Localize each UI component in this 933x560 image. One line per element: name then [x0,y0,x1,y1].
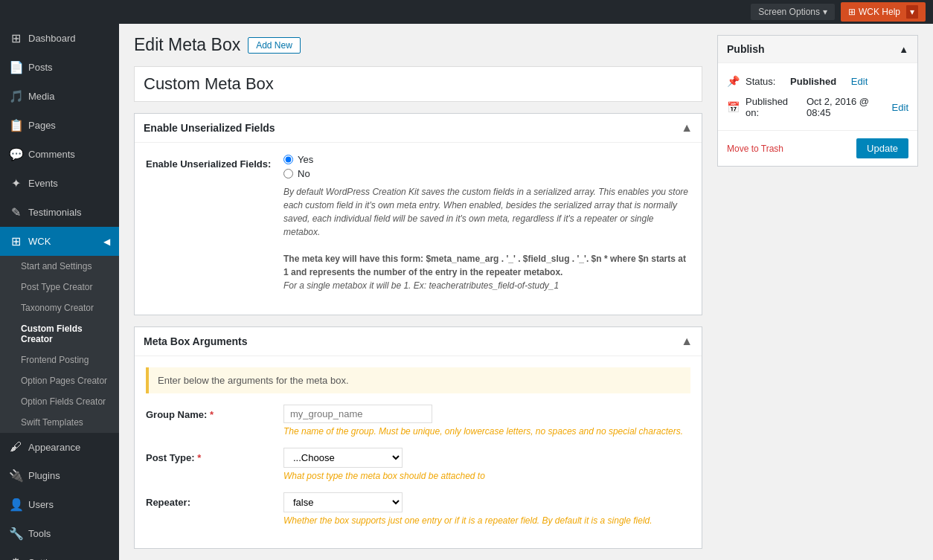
dashboard-icon: ⊞ [9,31,22,45]
layout: ⊞ Dashboard 📄 Posts 🎵 Media 📋 Pages 💬 Co… [0,24,933,560]
repeater-row: Repeater: false Whether the box supports… [146,492,690,526]
sidebar-label-posts: Posts [28,62,53,73]
plugins-icon: 🔌 [9,469,22,483]
sidebar-label-dashboard: Dashboard [28,33,76,44]
pages-icon: 📋 [9,118,22,132]
unserialized-fields-panel-body: Enable Unserialized Fields: Yes No [135,143,702,315]
wck-help-label: WCK Help [859,7,900,17]
status-value: Published [790,76,836,87]
repeater-label: Repeater: [146,492,283,508]
submenu-taxonomy-creator[interactable]: Taxonomy Creator [0,297,119,318]
sidebar-item-wck[interactable]: ⊞ WCK ◀ [0,227,119,256]
publish-date-row: 📅 Published on: Oct 2, 2016 @ 08:45 Edit [727,91,908,123]
main-content: Edit Meta Box Add New Enable Unserialize… [119,24,933,560]
wck-icon: ⊞ [848,7,856,17]
publish-collapse-icon[interactable]: ▲ [899,44,908,55]
events-icon: ✦ [9,176,22,190]
repeater-select[interactable]: false [283,492,403,512]
radio-yes-input[interactable] [283,155,293,164]
sidebar-label-testimonials: Testimonials [28,207,82,218]
sidebar-item-pages[interactable]: 📋 Pages [0,111,119,140]
submenu-swift-templates[interactable]: Swift Templates [0,412,119,433]
sidebar-item-settings[interactable]: ⚙ Settings [0,548,119,560]
group-name-row: Group Name: * The name of the group. Mus… [146,405,690,437]
meta-box-title-input[interactable] [134,66,702,102]
submenu-option-pages-creator[interactable]: Option Pages Creator [0,370,119,391]
unserialized-fields-panel-header[interactable]: Enable Unserialized Fields ▲ [135,114,702,143]
users-icon: 👤 [9,498,22,512]
screen-options-button[interactable]: Screen Options ▾ [751,4,835,20]
meta-box-arguments-panel: Meta Box Arguments ▲ Enter below the arg… [134,326,702,549]
radio-no-input[interactable] [283,169,293,178]
submenu-frontend-posting[interactable]: Frontend Posting [0,350,119,370]
status-edit-link[interactable]: Edit [851,76,868,87]
publish-body: 📌 Status: Published Edit 📅 Published on:… [718,63,917,130]
submenu-start-settings[interactable]: Start and Settings [0,256,119,277]
info-box-text: Enter below the arguments for the meta b… [158,375,349,386]
sidebar: ⊞ Dashboard 📄 Posts 🎵 Media 📋 Pages 💬 Co… [0,24,119,560]
page-heading: Edit Meta Box Add New [134,35,702,55]
sidebar-label-settings: Settings [28,557,63,560]
published-label: Published on: [746,96,792,118]
wck-collapse-arrow: ◀ [103,236,110,247]
screen-options-label: Screen Options [758,7,820,17]
sidebar-item-tools[interactable]: 🔧 Tools [0,519,119,548]
publish-actions: Move to Trash Update [718,130,917,166]
sidebar-item-appearance[interactable]: 🖌 Appearance [0,433,119,461]
chevron-down-icon: ▾ [823,7,827,17]
submenu-option-fields-creator[interactable]: Option Fields Creator [0,391,119,412]
help-dropdown-icon: ▾ [906,5,918,19]
panel-collapse-icon: ▲ [681,121,693,135]
info-box: Enter below the arguments for the meta b… [146,367,690,393]
content-area: Edit Meta Box Add New Enable Unserialize… [134,35,702,549]
publish-status-row: 📌 Status: Published Edit [727,71,908,91]
page-title: Edit Meta Box [134,35,240,55]
radio-no-option[interactable]: No [283,168,690,179]
sidebar-label-media: Media [28,91,54,102]
post-type-field: ...Choose What post type the meta box sh… [283,448,690,481]
group-name-input[interactable] [283,405,432,423]
sidebar-item-plugins[interactable]: 🔌 Plugins [0,461,119,490]
unserialized-fields-panel-title: Enable Unserialized Fields [144,122,275,134]
post-type-select[interactable]: ...Choose [283,448,403,468]
posts-icon: 📄 [9,60,22,74]
top-bar: Screen Options ▾ ⊞ WCK Help ▾ [0,0,933,24]
wck-help-button[interactable]: ⊞ WCK Help ▾ [841,2,926,22]
move-to-trash-link[interactable]: Move to Trash [727,144,783,154]
tools-icon: 🔧 [9,527,22,541]
sidebar-label-events: Events [28,178,58,189]
sidebar-label-comments: Comments [28,149,75,160]
sidebar-label-users: Users [28,499,54,510]
status-label: Status: [746,76,775,87]
arguments-panel-collapse-icon: ▲ [681,335,693,348]
sidebar-label-pages: Pages [28,120,56,131]
sidebar-item-users[interactable]: 👤 Users [0,490,119,519]
sidebar-item-testimonials[interactable]: ✎ Testimonials [0,198,119,227]
sidebar-item-events[interactable]: ✦ Events [0,169,119,198]
publish-panel-header: Publish ▲ [718,36,917,63]
update-button[interactable]: Update [856,138,908,158]
sidebar-item-dashboard[interactable]: ⊞ Dashboard [0,24,119,53]
calendar-icon: 📅 [727,101,740,113]
sidebar-item-media[interactable]: 🎵 Media [0,82,119,111]
add-new-button[interactable]: Add New [248,37,301,54]
settings-icon: ⚙ [9,556,22,560]
published-edit-link[interactable]: Edit [892,102,908,113]
submenu-post-type-creator[interactable]: Post Type Creator [0,277,119,297]
group-name-field: The name of the group. Must be unique, o… [283,405,690,437]
unserialized-fields-label: Enable Unserialized Fields: [146,154,283,170]
sidebar-item-comments[interactable]: 💬 Comments [0,140,119,169]
radio-yes-option[interactable]: Yes [283,154,690,165]
sidebar-label-tools: Tools [28,528,51,539]
right-sidebar: Publish ▲ 📌 Status: Published Edit 📅 [717,35,918,549]
submenu-custom-fields-creator[interactable]: Custom Fields Creator [0,318,119,350]
post-type-hint: What post type the meta box should be at… [283,471,690,481]
meta-box-arguments-header[interactable]: Meta Box Arguments ▲ [135,327,702,356]
sidebar-item-posts[interactable]: 📄 Posts [0,53,119,82]
group-name-label: Group Name: * [146,405,283,420]
repeater-field: false Whether the box supports just one … [283,492,690,526]
group-name-required: * [210,409,214,420]
unserialized-key-desc: The meta key will have this form: $meta_… [283,254,686,277]
sidebar-label-wck: WCK [28,236,51,247]
meta-box-arguments-body: Enter below the arguments for the meta b… [135,356,702,548]
